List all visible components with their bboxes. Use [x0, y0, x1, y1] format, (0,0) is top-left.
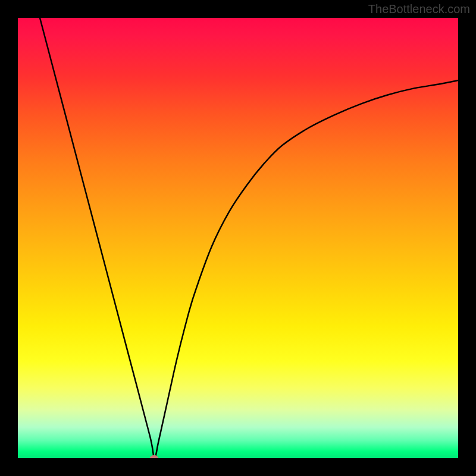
curve-svg	[18, 18, 458, 458]
chart-plot-area	[18, 18, 458, 458]
bottleneck-curve-path	[40, 18, 458, 458]
watermark-text: TheBottleneck.com	[368, 2, 470, 16]
optimal-marker	[150, 455, 158, 458]
